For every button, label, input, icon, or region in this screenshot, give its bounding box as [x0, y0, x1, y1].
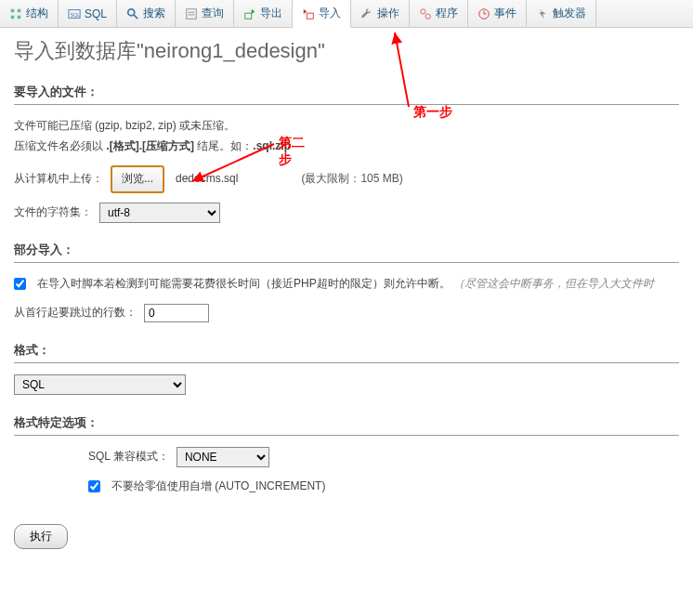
section-partial: 部分导入： 在导入时脚本若检测到可能需要花费很长时间（接近PHP超时的限定）则允…: [14, 242, 679, 323]
tab-label: 触发器: [553, 6, 586, 21]
svg-point-6: [128, 8, 135, 15]
svg-rect-0: [11, 8, 15, 12]
tab-events[interactable]: 事件: [468, 0, 527, 27]
compress-hint: 文件可能已压缩 (gzip, bzip2, zip) 或未压缩。: [14, 116, 679, 137]
skip-rows-input[interactable]: [144, 304, 209, 322]
skip-rows-label: 从首行起要跳过的行数：: [14, 303, 137, 323]
svg-rect-11: [245, 13, 252, 19]
tab-label: 导出: [260, 6, 282, 21]
section-header-format: 格式：: [14, 342, 679, 363]
tab-operations[interactable]: 操作: [351, 0, 410, 27]
allow-interrupt-label: 在导入时脚本若检测到可能需要花费很长时间（接近PHP超时的限定）则允许中断。 （…: [37, 274, 654, 295]
tab-label: 导入: [319, 6, 341, 21]
compat-label: SQL 兼容模式：: [88, 447, 169, 467]
structure-icon: [9, 7, 22, 20]
charset-label: 文件的字符集：: [14, 203, 92, 223]
tab-label: 查询: [202, 6, 224, 21]
svg-rect-8: [187, 8, 197, 19]
size-limit: (最大限制：105 MB): [301, 169, 402, 190]
svg-text:SQL: SQL: [71, 11, 81, 17]
gears-icon: [419, 7, 432, 20]
search-icon: [126, 7, 139, 20]
allow-interrupt-checkbox[interactable]: [14, 278, 26, 290]
tab-label: 搜索: [143, 6, 165, 21]
tab-triggers[interactable]: 触发器: [527, 0, 596, 27]
svg-rect-2: [11, 15, 15, 19]
wrench-icon: [360, 7, 373, 20]
upload-label: 从计算机中上传：: [14, 169, 103, 190]
format-select[interactable]: SQL: [14, 374, 186, 395]
tab-sql[interactable]: SQL SQL: [59, 0, 117, 27]
sql-icon: SQL: [68, 7, 81, 20]
section-file: 要导入的文件： 文件可能已压缩 (gzip, bzip2, zip) 或未压缩。…: [14, 84, 679, 223]
auto-increment-checkbox[interactable]: [88, 480, 100, 492]
tab-structure[interactable]: 结构: [0, 0, 59, 27]
tab-query[interactable]: 查询: [176, 0, 234, 27]
svg-point-13: [421, 8, 425, 13]
compat-select[interactable]: NONE: [177, 447, 269, 467]
auto-increment-label: 不要给零值使用自增 (AUTO_INCREMENT): [111, 477, 325, 497]
section-header-partial: 部分导入：: [14, 242, 679, 263]
query-icon: [185, 7, 198, 20]
tab-label: 程序: [436, 6, 458, 21]
tab-label: 事件: [494, 6, 516, 21]
trigger-icon: [536, 7, 549, 20]
name-hint: 压缩文件名必须以 .[格式].[压缩方式] 结尾。如：.sql.zip: [14, 137, 679, 157]
export-icon: [243, 7, 256, 20]
charset-select[interactable]: utf-8: [99, 203, 220, 223]
section-options: 格式特定选项： SQL 兼容模式： NONE 不要给零值使用自增 (AUTO_I…: [14, 414, 679, 497]
section-format: 格式： SQL: [14, 342, 679, 396]
tab-export[interactable]: 导出: [234, 0, 293, 27]
svg-point-14: [425, 14, 430, 19]
page-title: 导入到数据库"neirong1_dedesign": [0, 28, 693, 84]
tab-import[interactable]: 导入: [293, 0, 351, 28]
tab-search[interactable]: 搜索: [117, 0, 176, 27]
tab-label: SQL: [85, 7, 107, 20]
section-header-options: 格式特定选项：: [14, 414, 679, 436]
svg-rect-1: [18, 8, 21, 12]
tab-bar: 结构 SQL SQL 搜索 查询 导出 导入 操作 程序 事件 触发器: [0, 0, 693, 28]
submit-button[interactable]: 执行: [14, 524, 68, 549]
svg-rect-12: [307, 13, 313, 19]
svg-line-7: [134, 14, 137, 18]
selected-filename: dedecms.sql: [176, 169, 238, 190]
svg-rect-3: [18, 15, 21, 19]
import-icon: [302, 7, 315, 20]
section-header-file: 要导入的文件：: [14, 84, 679, 105]
tab-label: 结构: [26, 6, 48, 21]
tab-routines[interactable]: 程序: [410, 0, 468, 27]
tab-label: 操作: [377, 6, 399, 21]
browse-button[interactable]: 浏览...: [111, 165, 164, 193]
clock-icon: [477, 7, 490, 20]
